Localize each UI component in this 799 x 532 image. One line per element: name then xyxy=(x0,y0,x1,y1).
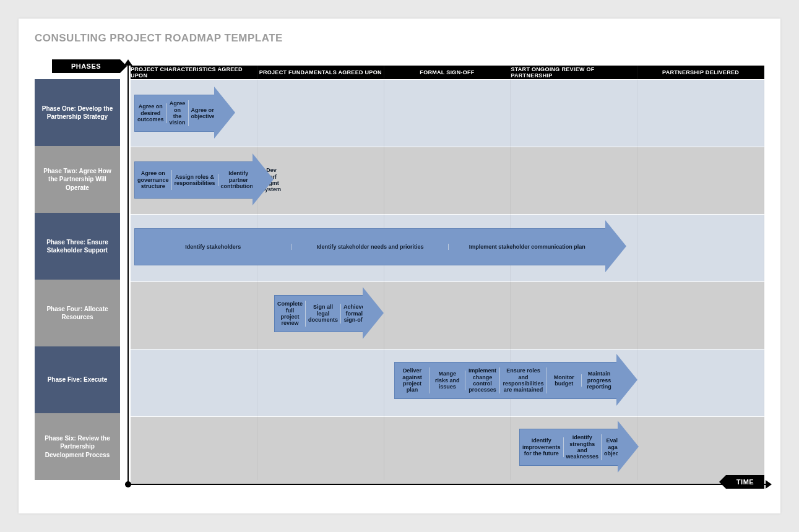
task-arrow-4: Deliver against project planMange risks … xyxy=(394,362,637,398)
task-seg: Mange risks and issues xyxy=(430,371,465,390)
arrow-head-icon xyxy=(605,220,626,272)
phase-label-3: Phase Four: Allocate Resources xyxy=(35,280,120,346)
task-seg: Identify strengths and weaknesses xyxy=(564,434,602,460)
roadmap-sheet: CONSULTING PROJECT ROADMAP TEMPLATE PHAS… xyxy=(19,19,780,513)
axis-origin-dot xyxy=(125,481,131,487)
phase-labels: Phase One: Develop the Partnership Strat… xyxy=(35,79,120,480)
milestone-col-3: START ONGOING REVIEW OF PARTNERSHIP xyxy=(511,66,637,79)
task-seg: Agree on objective xyxy=(189,107,218,120)
task-arrow-3: Complete full project reviewSign all leg… xyxy=(274,295,384,331)
milestone-header: PROJECT CHARACTERISTICS AGREED UPON PROJ… xyxy=(131,66,764,79)
task-seg: Identify stakeholder needs and prioritie… xyxy=(292,244,449,250)
task-arrow-1: Agree on governance structureAssign role… xyxy=(134,161,274,197)
time-axis-label: TIME xyxy=(726,475,764,489)
arrow-head-icon xyxy=(214,87,235,139)
task-seg: Identify stakeholders xyxy=(135,244,292,250)
task-arrow-body-1: Agree on governance structureAssign role… xyxy=(134,161,253,199)
arrow-head-icon xyxy=(616,354,637,406)
task-seg: Complete full project review xyxy=(275,301,306,326)
task-seg: Agree on governance structure xyxy=(135,170,172,189)
lane-3 xyxy=(131,281,764,349)
task-seg: Ensure roles and responsibilities are ma… xyxy=(500,367,546,393)
phase-label-4: Phase Five: Execute xyxy=(35,346,120,413)
task-arrow-body-4: Deliver against project planMange risks … xyxy=(394,362,616,399)
task-seg: Maintain progress reporting xyxy=(582,371,616,390)
page-title: CONSULTING PROJECT ROADMAP TEMPLATE xyxy=(35,32,764,45)
task-seg: Agree on the vision xyxy=(167,100,189,126)
task-arrow-body-3: Complete full project reviewSign all leg… xyxy=(274,295,363,332)
phase-label-5: Phase Six: Review the Partnership Develo… xyxy=(35,413,120,480)
task-seg: Monitor budget xyxy=(546,374,582,387)
lane-5 xyxy=(131,416,764,484)
task-arrow-2: Identify stakeholdersIdentify stakeholde… xyxy=(134,228,626,264)
phase-label-2: Phase Three: Ensure Stakeholder Support xyxy=(35,213,120,280)
swim-lanes xyxy=(131,79,764,484)
task-arrow-body-0: Agree on desired outcomesAgree on the vi… xyxy=(134,95,214,132)
task-seg: Deliver against project plan xyxy=(395,367,430,393)
task-seg: Agree on desired outcomes xyxy=(135,103,167,122)
task-arrow-body-5: Identify improvements for the futureIden… xyxy=(519,429,618,466)
task-arrow-5: Identify improvements for the futureIden… xyxy=(519,429,639,465)
task-seg: Implement stakeholder communication plan xyxy=(449,244,605,250)
milestone-col-2: FORMAL SIGN-OFF xyxy=(384,66,511,79)
task-seg: Implement change control processes xyxy=(465,367,501,393)
milestone-col-0: PROJECT CHARACTERISTICS AGREED UPON xyxy=(131,66,257,79)
arrow-head-icon xyxy=(363,287,384,339)
milestone-col-4: PARTNERSHIP DELIVERED xyxy=(637,66,764,79)
milestone-col-1: PROJECT FUNDAMENTALS AGREED UPON xyxy=(257,66,384,79)
task-arrow-0: Agree on desired outcomesAgree on the vi… xyxy=(134,95,235,131)
phase-label-0: Phase One: Develop the Partnership Strat… xyxy=(35,79,120,146)
arrow-head-icon xyxy=(253,153,274,205)
phase-label-1: Phase Two: Agree How the Partnership Wil… xyxy=(35,146,120,213)
task-arrow-body-2: Identify stakeholdersIdentify stakeholde… xyxy=(134,228,605,265)
task-seg: Assign roles & responsibilities xyxy=(172,174,218,187)
x-axis xyxy=(125,484,767,485)
roadmap-grid: PHASES PROJECT CHARACTERISTICS AGREED UP… xyxy=(35,59,764,483)
arrow-head-icon xyxy=(618,421,639,473)
task-seg: Sign all legal documents xyxy=(306,304,341,323)
y-axis xyxy=(127,64,129,486)
phases-axis-label: PHASES xyxy=(52,59,120,73)
task-seg: Identify improvements for the future xyxy=(520,437,564,457)
